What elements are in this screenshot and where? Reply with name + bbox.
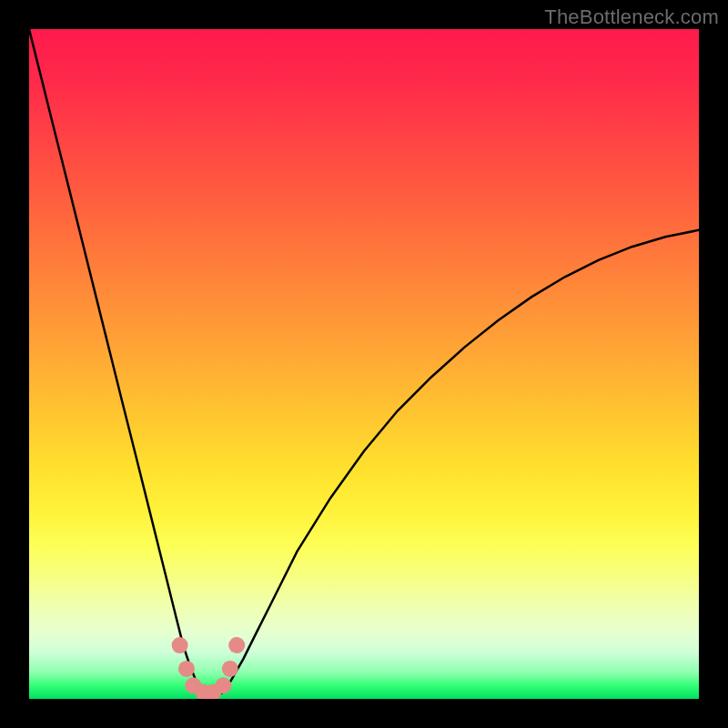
chart-frame: TheBottleneck.com <box>0 0 728 728</box>
curve-marker <box>172 637 188 653</box>
curve-marker <box>178 661 195 677</box>
plot-area <box>29 29 699 699</box>
bottleneck-curve <box>29 29 699 695</box>
curve-markers <box>172 637 246 699</box>
curve-marker <box>228 637 245 653</box>
curve-marker <box>222 661 238 677</box>
curve-marker <box>215 677 231 693</box>
curve-layer <box>29 29 699 699</box>
watermark-text: TheBottleneck.com <box>544 5 719 29</box>
